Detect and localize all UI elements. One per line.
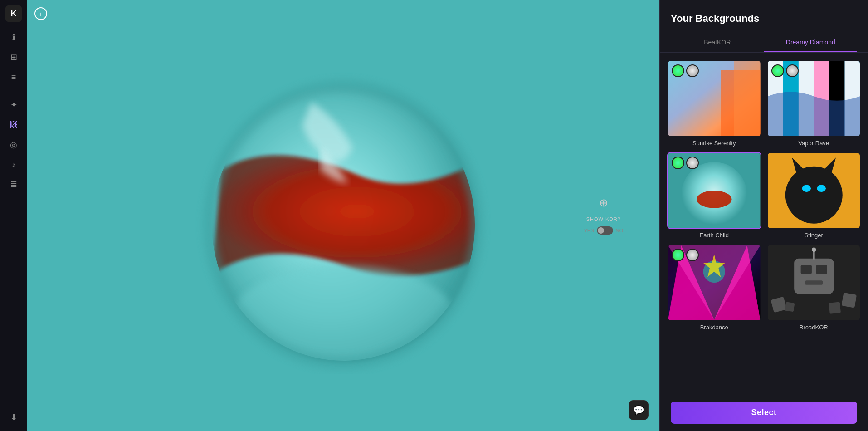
- bg-label-stinger: Stinger: [767, 232, 861, 239]
- panel-title: Your Backgrounds: [671, 13, 857, 24]
- app-logo[interactable]: K: [5, 5, 22, 22]
- bg-label-sunrise: Sunrise Serenity: [667, 140, 761, 147]
- music-sidebar-icon[interactable]: ♪: [5, 157, 22, 173]
- avatar-badges-vapor: [771, 64, 799, 77]
- bg-thumbnail-broadkor[interactable]: [767, 244, 861, 321]
- bg-label-vapor: Vapor Rave: [767, 140, 861, 147]
- svg-rect-36: [785, 302, 795, 312]
- avatar-2: [686, 64, 699, 77]
- panel-header: Your Backgrounds: [660, 0, 868, 32]
- bg-item-stinger[interactable]: Stinger: [767, 152, 861, 239]
- svg-rect-30: [805, 280, 823, 285]
- svg-rect-35: [829, 302, 840, 314]
- right-panel: Your Backgrounds BeatKOR Dreamy Diamond: [659, 0, 868, 431]
- info-sidebar-icon[interactable]: ℹ: [5, 29, 22, 45]
- svg-point-16: [697, 191, 732, 208]
- bg-item-broadkor[interactable]: BroadKOR: [767, 244, 861, 331]
- download-sidebar-icon[interactable]: ⬇: [5, 409, 22, 426]
- tabs-row: BeatKOR Dreamy Diamond: [660, 32, 868, 53]
- tab-beatkor[interactable]: BeatKOR: [671, 32, 764, 52]
- toggle-yes-label: YES: [584, 228, 594, 233]
- kor-toggle[interactable]: [597, 226, 613, 235]
- playlist-sidebar-icon[interactable]: ≣: [5, 176, 22, 193]
- avatar-b1: [672, 249, 684, 261]
- tab-dreamy-diamond[interactable]: Dreamy Diamond: [764, 32, 858, 52]
- select-btn-container: Select: [660, 396, 868, 431]
- main-canvas: i: [27, 0, 659, 431]
- avatar-badges-brak: [672, 249, 699, 261]
- avatar-b2: [686, 249, 699, 261]
- grid-sidebar-icon[interactable]: ⊞: [5, 49, 22, 65]
- svg-rect-6: [734, 61, 760, 136]
- bg-thumbnail-sunrise[interactable]: [667, 60, 761, 137]
- svg-rect-28: [800, 265, 811, 274]
- svg-point-32: [811, 247, 816, 252]
- bg-item-brakdance[interactable]: Brakdance: [667, 244, 761, 331]
- avatar-e1: [672, 157, 684, 169]
- bg-item-sunrise[interactable]: Sunrise Serenity: [667, 60, 761, 147]
- bg-thumbnail-earth[interactable]: [667, 152, 761, 229]
- sidebar-divider-1: [7, 91, 20, 91]
- chat-bubble-button[interactable]: 💬: [629, 400, 649, 420]
- canvas-info-icon[interactable]: i: [34, 7, 47, 20]
- bg-thumbnail-vapor[interactable]: [767, 60, 861, 137]
- canvas-controls: ⊕ SHOW KOR? YES NO: [584, 196, 623, 235]
- svg-rect-29: [816, 265, 827, 274]
- svg-point-21: [802, 185, 810, 192]
- sparkle-sidebar-icon[interactable]: ✦: [5, 97, 22, 113]
- toggle-knob: [598, 227, 604, 234]
- animation-sidebar-icon[interactable]: ◎: [5, 137, 22, 153]
- select-button[interactable]: Select: [671, 402, 857, 424]
- svg-point-18: [785, 167, 842, 224]
- bg-label-brakdance: Brakdance: [667, 324, 761, 331]
- backgrounds-grid: Sunrise Serenity: [660, 53, 868, 396]
- avatar-e2: [686, 157, 699, 169]
- avatar-1: [672, 64, 684, 77]
- show-kor-label: SHOW KOR?: [586, 216, 621, 222]
- bg-item-earth[interactable]: Earth Child: [667, 152, 761, 239]
- image-sidebar-icon[interactable]: 🖼: [5, 117, 22, 133]
- bg-thumbnail-brakdance[interactable]: [667, 244, 761, 321]
- avatar-badges-sunrise: [672, 64, 699, 77]
- avatar-badges-earth: [672, 157, 699, 169]
- bg-label-earth: Earth Child: [667, 232, 761, 239]
- avatar-v1: [771, 64, 784, 77]
- crosshair-icon[interactable]: ⊕: [599, 196, 608, 209]
- svg-rect-27: [794, 259, 834, 294]
- svg-rect-34: [841, 293, 857, 308]
- menu-sidebar-icon[interactable]: ≡: [5, 69, 22, 85]
- sidebar: K ℹ ⊞ ≡ ✦ 🖼 ◎ ♪ ≣ ⬇: [0, 0, 27, 431]
- svg-point-22: [817, 185, 825, 192]
- avatar-v2: [786, 64, 799, 77]
- 3d-blob: [185, 57, 502, 374]
- bg-label-broadkor: BroadKOR: [767, 324, 861, 331]
- toggle-no-label: NO: [616, 228, 624, 233]
- bg-item-vapor[interactable]: Vapor Rave: [767, 60, 861, 147]
- bg-thumbnail-stinger[interactable]: [767, 152, 861, 229]
- kor-toggle-row: YES NO: [584, 226, 623, 235]
